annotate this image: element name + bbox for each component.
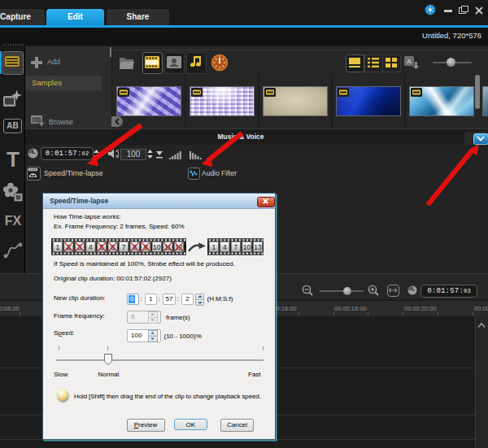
svg-text:7: 7 — [122, 243, 126, 251]
svg-text:4: 4 — [223, 243, 227, 251]
svg-text:7: 7 — [234, 243, 238, 251]
svg-text:13: 13 — [254, 243, 262, 251]
svg-text:A: A — [407, 58, 412, 65]
svg-text:1: 1 — [55, 243, 59, 251]
svg-text:4: 4 — [89, 243, 93, 251]
svg-text:1: 1 — [211, 243, 216, 251]
svg-text:10: 10 — [153, 243, 161, 251]
svg-text:10: 10 — [243, 243, 251, 251]
